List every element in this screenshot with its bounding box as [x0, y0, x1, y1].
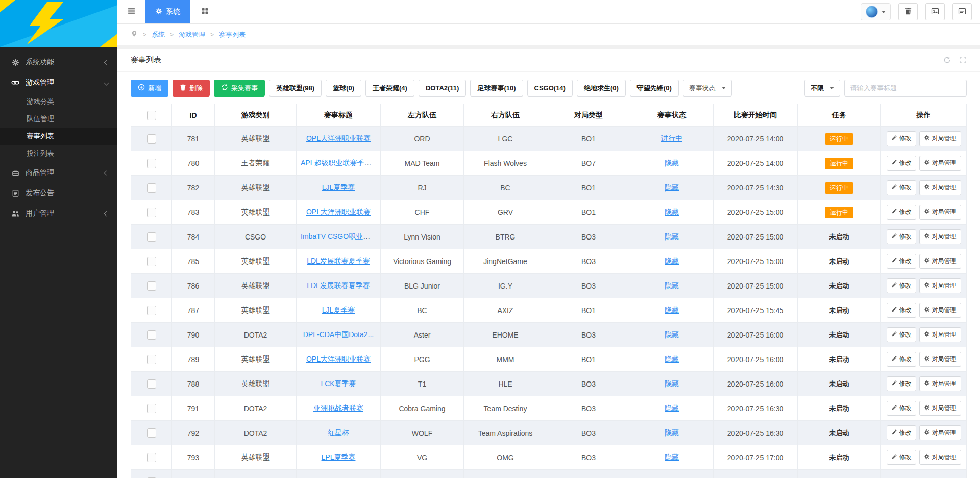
edit-button[interactable]: 修改: [887, 327, 916, 342]
edit-button[interactable]: 修改: [887, 376, 916, 391]
add-button[interactable]: 新增: [131, 80, 168, 97]
refresh-icon[interactable]: [943, 56, 951, 64]
match-manage-button[interactable]: 对局管理: [919, 205, 961, 220]
event-title-link[interactable]: OPL大洋洲职业联赛: [306, 355, 371, 363]
sidebar-item-betting-list[interactable]: 投注列表: [0, 145, 117, 162]
event-title-link[interactable]: OPL大洋洲职业联赛: [306, 134, 371, 142]
status-link[interactable]: 隐藏: [665, 183, 679, 192]
app-logo[interactable]: [0, 0, 117, 47]
filter-button-football[interactable]: 足球赛事(10): [470, 80, 523, 97]
row-checkbox[interactable]: [147, 281, 156, 291]
status-link[interactable]: 隐藏: [665, 428, 679, 437]
sidebar-item-game-management[interactable]: 游戏管理: [0, 73, 117, 93]
edit-button[interactable]: 修改: [887, 156, 916, 171]
edit-button[interactable]: 修改: [887, 450, 916, 465]
edit-button[interactable]: 修改: [887, 254, 916, 269]
event-title-link[interactable]: LJL夏季赛: [322, 183, 355, 192]
edit-button[interactable]: 修改: [887, 352, 916, 367]
match-manage-button[interactable]: 对局管理: [919, 401, 961, 416]
log-list-button[interactable]: [952, 3, 972, 20]
delete-button[interactable]: 删除: [173, 80, 210, 97]
row-checkbox[interactable]: [147, 355, 156, 364]
event-title-link[interactable]: LDL发展联赛夏季赛: [307, 281, 370, 290]
sidebar-item-system-functions[interactable]: 系统功能: [0, 52, 117, 73]
row-checkbox[interactable]: [147, 404, 156, 413]
event-title-link[interactable]: DPL-CDA中国Dota2...: [303, 330, 374, 339]
tab-grid-button[interactable]: [190, 0, 219, 23]
status-link[interactable]: 隐藏: [665, 208, 679, 216]
row-checkbox[interactable]: [147, 428, 156, 438]
event-title-link[interactable]: OPL大洋洲职业联赛: [306, 208, 371, 216]
row-checkbox[interactable]: [147, 257, 156, 266]
filter-button-csgo[interactable]: CSGO(14): [527, 80, 573, 97]
match-manage-button[interactable]: 对局管理: [919, 254, 961, 269]
match-manage-button[interactable]: 对局管理: [919, 229, 961, 244]
match-manage-button[interactable]: 对局管理: [919, 425, 961, 440]
event-title-link[interactable]: LDL发展联赛夏季赛: [307, 257, 370, 265]
sidebar-item-product-management[interactable]: 商品管理: [0, 162, 117, 183]
match-manage-button[interactable]: 对局管理: [919, 352, 961, 367]
event-title-link[interactable]: LCK夏季赛: [321, 379, 356, 388]
search-input[interactable]: [844, 80, 967, 97]
edit-button[interactable]: 修改: [887, 278, 916, 293]
row-checkbox[interactable]: [147, 330, 156, 340]
filter-button-kingofglory[interactable]: 王者荣耀(4): [365, 80, 414, 97]
filter-button-pubg[interactable]: 绝地求生(0): [577, 80, 626, 97]
breadcrumb-item-event-list[interactable]: 赛事列表: [219, 30, 246, 39]
match-manage-button[interactable]: 对局管理: [919, 327, 961, 342]
row-checkbox[interactable]: [147, 379, 156, 389]
status-link[interactable]: 隐藏: [665, 404, 679, 412]
edit-button[interactable]: 修改: [887, 303, 916, 318]
edit-button[interactable]: 修改: [887, 205, 916, 220]
user-menu[interactable]: [861, 3, 891, 20]
edit-button[interactable]: 修改: [887, 180, 916, 195]
match-manage-button[interactable]: 对局管理: [919, 303, 961, 318]
status-link[interactable]: 隐藏: [665, 355, 679, 363]
image-button[interactable]: [925, 3, 945, 20]
event-title-link[interactable]: LJL夏季赛: [322, 306, 355, 314]
row-checkbox[interactable]: [147, 306, 156, 315]
status-link[interactable]: 隐藏: [665, 379, 679, 388]
filter-button-basketball[interactable]: 篮球(0): [326, 80, 361, 97]
row-checkbox[interactable]: [147, 159, 156, 168]
event-title-link[interactable]: 亚洲挑战者联赛: [313, 404, 363, 412]
row-checkbox[interactable]: [147, 453, 156, 462]
row-checkbox[interactable]: [147, 183, 156, 193]
status-link[interactable]: 隐藏: [665, 232, 679, 241]
tab-system[interactable]: 系统: [145, 0, 190, 23]
event-title-link[interactable]: ImbaTV CSGO职业联赛: [301, 232, 377, 241]
row-checkbox[interactable]: [147, 232, 156, 242]
edit-button[interactable]: 修改: [887, 229, 916, 244]
fullscreen-icon[interactable]: [959, 56, 967, 64]
match-manage-button[interactable]: 对局管理: [919, 131, 961, 146]
trash-button[interactable]: [898, 3, 918, 20]
sidebar-item-game-categories[interactable]: 游戏分类: [0, 93, 117, 110]
match-manage-button[interactable]: 对局管理: [919, 450, 961, 465]
filter-button-lol[interactable]: 英雄联盟(98): [269, 80, 322, 97]
match-manage-button[interactable]: 对局管理: [919, 376, 961, 391]
event-status-select[interactable]: 赛事状态: [683, 80, 732, 97]
status-link[interactable]: 隐藏: [665, 159, 679, 167]
filter-button-overwatch[interactable]: 守望先锋(0): [630, 80, 679, 97]
sidebar-item-team-management[interactable]: 队伍管理: [0, 110, 117, 128]
edit-button[interactable]: 修改: [887, 131, 916, 146]
breadcrumb-item-system[interactable]: 系统: [152, 30, 165, 39]
status-link[interactable]: 隐藏: [665, 306, 679, 314]
match-manage-button[interactable]: 对局管理: [919, 278, 961, 293]
status-link[interactable]: 隐藏: [665, 257, 679, 265]
status-link[interactable]: 隐藏: [665, 281, 679, 290]
filter-button-dota2[interactable]: DOTA2(11): [419, 80, 467, 97]
event-title-link[interactable]: 红星杯: [328, 428, 349, 437]
status-link[interactable]: 进行中: [661, 134, 682, 142]
collect-events-button[interactable]: 采集赛事: [214, 80, 265, 97]
edit-button[interactable]: 修改: [887, 401, 916, 416]
select-all-checkbox[interactable]: [147, 111, 156, 120]
match-manage-button[interactable]: 对局管理: [919, 156, 961, 171]
sidebar-toggle-button[interactable]: [117, 0, 145, 23]
sidebar-item-user-management[interactable]: 用户管理: [0, 203, 117, 224]
status-link[interactable]: 隐藏: [665, 453, 679, 461]
sidebar-item-announcements[interactable]: 发布公告: [0, 183, 117, 203]
sidebar-item-event-list[interactable]: 赛事列表: [0, 128, 117, 145]
row-checkbox[interactable]: [147, 134, 156, 144]
match-manage-button[interactable]: 对局管理: [919, 180, 961, 195]
